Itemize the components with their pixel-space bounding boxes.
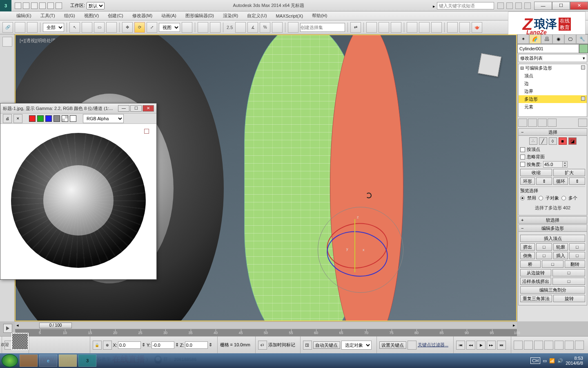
curve-editor-icon[interactable] [407,22,417,33]
manip-icon[interactable] [198,22,208,33]
pin-stack-icon[interactable] [518,119,527,127]
rotate-icon[interactable]: ⟳ [134,22,145,33]
task-3dsmax[interactable]: 3 [78,355,96,367]
inset-settings[interactable]: □ [569,252,586,259]
imgwin-min[interactable]: — [118,105,129,112]
help-search-input[interactable] [437,2,494,9]
key-icon[interactable]: ⚿ [303,341,312,350]
goto-start-icon[interactable]: ⏮ [456,341,465,350]
stack-edge[interactable]: 边 [519,80,587,88]
app-icon[interactable]: 3 [0,0,11,11]
modifier-stack[interactable]: ⊟ 可编辑多边形 顶点 边 边界 多边形 元素 [518,64,587,117]
tab-hierarchy-icon[interactable]: 品 [541,34,553,44]
time-tag-icon[interactable]: 🏷 [258,341,267,350]
object-name-input[interactable] [517,44,579,53]
abs-rel-icon[interactable]: ⊕ [103,341,112,350]
bind-icon[interactable] [27,22,38,33]
imgwin-print-icon[interactable]: 🖨 [3,114,12,123]
time-slider-knob[interactable]: 0 / 100 [39,323,72,328]
qat-save-icon[interactable] [31,2,38,9]
loop-button[interactable]: 循环 [553,177,568,185]
preview-subobj-radio[interactable] [539,196,543,200]
modifier-list-dropdown[interactable]: 修改器列表▾ [518,54,587,62]
channel-g-icon[interactable] [37,115,44,122]
coord-y-input[interactable] [151,341,174,349]
tray-date[interactable]: 2014/6/8 [566,361,583,366]
zoom-icon[interactable] [524,341,533,350]
subobj-element-icon[interactable]: ◪ [568,137,577,145]
minimize-button[interactable]: — [534,2,552,10]
bevel-settings[interactable]: □ [536,252,552,259]
menu-modifiers[interactable]: 修改器(M) [128,12,157,20]
unlink-icon[interactable] [15,22,25,33]
tab-display-icon[interactable]: 🖵 [564,34,576,44]
key-mode-icon[interactable] [408,341,416,350]
window-crossing-icon[interactable] [106,22,117,33]
extrude-spline-settings[interactable]: □ [552,278,585,285]
imgwin-max[interactable]: ☐ [130,105,142,112]
named-sel-edit-icon[interactable] [288,22,298,33]
extrude-spline-button[interactable]: 沿样条线挤出 [520,278,551,285]
edit-tri-button[interactable]: 编辑三角剖分 [520,286,585,294]
stack-editable-poly[interactable]: ⊟ 可编辑多边形 [519,64,587,72]
ignore-backface-checkbox[interactable] [520,155,525,159]
schematic-icon[interactable] [419,22,430,33]
configure-icon[interactable] [578,119,587,127]
tab-motion-icon[interactable]: ◉ [552,34,564,44]
bevel-button[interactable]: 倒角 [520,252,535,259]
channel-dropdown[interactable]: RGB Alpha [83,114,124,123]
hinge-settings[interactable]: □ [552,269,585,276]
menu-create[interactable]: 创建(C) [104,12,127,20]
angle-spinner[interactable]: ▴▾ [543,161,568,168]
menu-customize[interactable]: 自定义(U) [243,12,271,20]
pan-icon[interactable] [555,341,564,350]
tray-time[interactable]: 8:53 [566,356,583,361]
setkey-button[interactable]: 设置关键点 [379,341,406,349]
coord-x-input[interactable] [118,341,141,349]
qat-link-icon[interactable] [56,2,62,9]
menu-render[interactable]: 渲染(R) [219,12,242,20]
task-app1[interactable] [20,355,38,367]
coord-z-input[interactable] [185,341,208,349]
prev-frame-icon[interactable]: ◂◂ [466,341,475,350]
stack-vertex[interactable]: 顶点 [519,72,587,80]
snap2d-icon[interactable] [235,22,246,33]
stack-element[interactable]: 元素 [519,103,587,111]
layers-icon[interactable] [379,22,389,33]
subobj-border-icon[interactable]: ◊ [549,137,557,145]
tray-vol-icon[interactable]: 🔊 [557,358,563,364]
show-end-icon[interactable] [528,119,537,127]
spinner-snap-icon[interactable] [272,22,283,33]
keymode-icon[interactable] [210,22,220,33]
exchange-icon[interactable] [515,2,522,9]
maximize-vp-icon[interactable] [575,341,584,350]
channel-r-icon[interactable] [29,115,36,122]
help-icon[interactable] [524,2,531,9]
key-target-dropdown[interactable]: 选定对象 [341,341,372,350]
loop-spinner[interactable]: ⇕ [569,177,586,185]
rotate-gizmo[interactable]: z y x [318,207,403,293]
tray-lang[interactable]: CH [530,357,540,364]
qat-open-icon[interactable] [23,2,29,9]
subobj-edge-icon[interactable]: ╱ [539,137,547,145]
layer-mgr-icon[interactable] [391,22,401,33]
select-icon[interactable]: ↖ [69,22,80,33]
tab-utilities-icon[interactable]: 🔧 [576,34,588,44]
render-icon[interactable]: 🫖 [472,22,482,33]
grow-button[interactable]: 扩大 [553,169,585,176]
object-color-swatch[interactable] [579,44,588,53]
qat-new-icon[interactable] [15,2,21,9]
remove-mod-icon[interactable] [548,119,557,127]
inset-button[interactable]: 插入 [553,252,568,259]
menu-animation[interactable]: 动画(A) [157,12,180,20]
render-setup-icon[interactable] [447,22,458,33]
select-region-icon[interactable]: ▭ [94,22,105,33]
zoom-all-icon[interactable] [534,341,543,350]
binoculars-icon[interactable] [497,2,504,9]
stack-border[interactable]: 边界 [519,88,587,95]
star-icon[interactable] [506,2,513,9]
menu-maxscript[interactable]: MAXScript(X) [272,13,307,19]
align-icon[interactable] [366,22,377,33]
channel-mono-icon[interactable] [53,115,60,122]
rollout-selection-header[interactable]: 选择 [518,128,587,136]
